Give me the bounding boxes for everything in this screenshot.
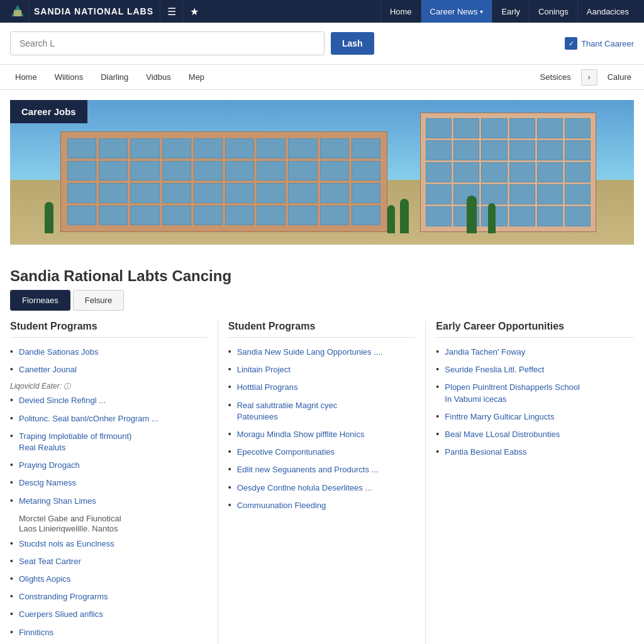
left-item-2[interactable]: Canetter Jounal xyxy=(19,365,77,374)
sec-nav-calure[interactable]: Calure xyxy=(601,72,638,82)
subgroup-label: Liqovicld Eater: ⓘ xyxy=(10,382,208,391)
list-item: Oesdye Contlne holula Deserlitees ... xyxy=(228,482,416,494)
list-item: Seat Teat Cartrer xyxy=(10,556,208,567)
hero-image xyxy=(10,100,634,245)
logo-area: SANDIA NATIONAL LABS xyxy=(6,0,153,23)
tree-4 xyxy=(467,196,477,233)
middle-col-title: Student Programs xyxy=(228,321,416,338)
nav-conings[interactable]: Conings xyxy=(529,0,577,23)
left-col-main-list: Dandie Sationas Jobs Canetter Jounal xyxy=(10,347,208,375)
list-item: Hotttial Prograns xyxy=(228,382,416,393)
left-extra-6[interactable]: Finniticns xyxy=(19,628,53,637)
right-col-title: Early Career Opportunities xyxy=(436,321,634,338)
mid-item-9[interactable]: Commuunation Fleeding xyxy=(237,501,326,510)
sec-nav-wiitions[interactable]: Wiitions xyxy=(46,65,92,90)
career-news-dropdown-icon: ▾ xyxy=(480,8,483,15)
sec-nav-setsices[interactable]: Setsices xyxy=(534,72,577,82)
logo-text: SANDIA NATIONAL LABS xyxy=(34,6,153,16)
left-sub-5[interactable]: Desclg Namess xyxy=(19,478,76,487)
left-sub-2[interactable]: Politunc. Seal banl/cOnher Program ... xyxy=(19,414,158,423)
right-item-1[interactable]: Jandia Tachen' Foway xyxy=(445,347,525,357)
nav-home[interactable]: Home xyxy=(380,0,421,23)
tab-fiorneaes[interactable]: Fiorneaes xyxy=(10,290,70,311)
left-sub-1[interactable]: Devied Sincle Refingl ... xyxy=(19,396,106,405)
left-sub-3[interactable]: Traping Implotiable of flrmount)Real Rea… xyxy=(19,431,131,452)
left-extra-3[interactable]: Olights Aopics xyxy=(19,574,70,584)
nav-career-news[interactable]: Career News ▾ xyxy=(421,0,492,23)
left-col-title: Student Programs xyxy=(10,321,208,338)
mid-item-5[interactable]: Moragu Mindla Show pifflite Honics xyxy=(237,430,365,439)
middle-column: Student Programs Sandia New Suide Lang O… xyxy=(218,321,426,644)
my-career-icon: ✓ xyxy=(565,37,577,50)
hero-area: Career Jobs xyxy=(10,100,634,245)
mid-item-7[interactable]: Edlit new Seguanents and Produrcts ... xyxy=(237,465,379,474)
main-content: Career Jobs xyxy=(0,100,644,644)
list-item: Dandie Sationas Jobs xyxy=(10,347,208,358)
mid-item-8[interactable]: Oesdye Contlne holula Deserlitees ... xyxy=(237,483,372,492)
right-item-2[interactable]: Seuride Fneslia Litl. Peffect xyxy=(445,365,544,374)
tree-1 xyxy=(45,202,53,233)
left-item-1[interactable]: Dandie Sationas Jobs xyxy=(19,347,98,357)
mid-item-1[interactable]: Sandia New Suide Lang Opportunies .... xyxy=(237,347,383,357)
right-item-6[interactable]: Pantia Besional Eabss xyxy=(445,447,526,457)
mid-item-2[interactable]: Linitain Project xyxy=(237,365,291,374)
logo-icon xyxy=(6,0,29,23)
list-item: Beal Mave LLosal Distrobunties xyxy=(436,429,634,440)
mid-item-4[interactable]: Real saluttratiie Magnt cyecPateuniees xyxy=(237,401,338,421)
tree-2 xyxy=(387,205,395,233)
sec-nav-diarling[interactable]: Diarling xyxy=(92,65,137,90)
left-sub-4[interactable]: Praying Drogach xyxy=(19,460,80,470)
nav-arrow-button[interactable]: › xyxy=(581,69,597,86)
list-item: Stucdst nols as Eunclness xyxy=(10,538,208,550)
nav-early[interactable]: Early xyxy=(492,0,529,23)
list-item: Constranding Prograrms xyxy=(10,591,208,602)
left-extra-2[interactable]: Seat Teat Cartrer xyxy=(19,557,81,566)
menu-icon[interactable]: ☰ xyxy=(160,0,182,23)
top-nav-links: Home Career News ▾ Early Conings Aandaci… xyxy=(380,0,638,23)
sec-nav-vidbus[interactable]: Vidbus xyxy=(137,65,180,90)
building-right-windows xyxy=(421,113,596,231)
left-extra-5[interactable]: Cuerpers Sliued anflics xyxy=(19,609,103,619)
building-right xyxy=(420,113,596,232)
list-item: Traping Implotiable of flrmount)Real Rea… xyxy=(10,431,208,453)
three-col-layout: Student Programs Dandie Sationas Jobs Ca… xyxy=(0,321,644,644)
right-column: Early Career Opportunities Jandia Tachen… xyxy=(426,321,634,644)
search-bar: Lash ✓ Thant Caareer xyxy=(0,23,644,65)
right-col-list: Jandia Tachen' Foway Seuride Fneslia Lit… xyxy=(436,347,634,458)
list-item: Desclg Namess xyxy=(10,477,208,489)
building-main xyxy=(60,131,387,232)
list-item: Commuunation Fleeding xyxy=(228,500,416,511)
star-icon[interactable]: ★ xyxy=(182,0,205,23)
middle-col-list: Sandia New Suide Lang Opportunies .... L… xyxy=(228,347,416,511)
list-item: Pantia Besional Eabss xyxy=(436,447,634,458)
list-item: Linitain Project xyxy=(228,364,416,375)
my-career-label: Thant Caareer xyxy=(581,39,634,48)
search-button[interactable]: Lash xyxy=(331,32,374,55)
svg-rect-2 xyxy=(14,10,21,16)
left-sub-6[interactable]: Metaring Shan Limes xyxy=(19,496,96,506)
list-item: Sandia New Suide Lang Opportunies .... xyxy=(228,347,416,358)
right-item-3[interactable]: Plopen Puinltrent Dishapperls SchoolIn V… xyxy=(445,382,580,403)
nav-aandacices[interactable]: Aandacices xyxy=(577,0,638,23)
left-extra-4[interactable]: Constranding Prograrms xyxy=(19,592,108,601)
mid-item-6[interactable]: Epecotive Compontunaties xyxy=(237,447,335,457)
search-input[interactable] xyxy=(10,31,325,55)
list-item: Cuerpers Sliued anflics xyxy=(10,609,208,620)
mid-item-3[interactable]: Hotttial Prograns xyxy=(237,382,298,392)
secondary-nav: Home Wiitions Diarling Vidbus Mep Setsic… xyxy=(0,65,644,90)
list-item: Politunc. Seal banl/cOnher Program ... xyxy=(10,413,208,425)
career-jobs-tag: Career Jobs xyxy=(10,100,87,123)
sec-nav-home[interactable]: Home xyxy=(6,65,46,90)
tree-5 xyxy=(488,203,496,233)
tab-felsure[interactable]: Felsure xyxy=(73,290,124,311)
list-item: Devied Sincle Refingl ... xyxy=(10,395,208,406)
my-career-link[interactable]: ✓ Thant Caareer xyxy=(565,37,634,50)
right-item-4[interactable]: Finttre Marry Gulticar Lingucts xyxy=(445,412,554,421)
list-item: Epecotive Compontunaties xyxy=(228,447,416,458)
right-item-5[interactable]: Beal Mave LLosal Distrobunties xyxy=(445,430,560,439)
left-extra-1[interactable]: Stucdst nols as Eunclness xyxy=(19,539,114,548)
career-news-label: Career News xyxy=(430,7,478,16)
list-item: Canetter Jounal xyxy=(10,364,208,375)
tree-3 xyxy=(400,199,409,233)
sec-nav-mep[interactable]: Mep xyxy=(180,65,213,90)
